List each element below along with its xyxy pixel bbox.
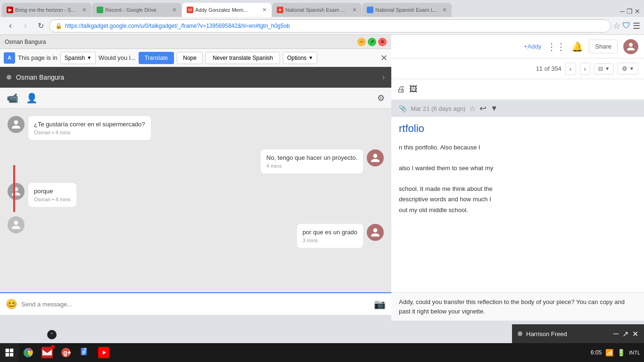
refresh-button[interactable]: ↻ [34,19,47,33]
options-label: Options [287,55,306,61]
email-format-button[interactable]: ⊟ ▼ [594,63,614,74]
add-addy-button[interactable]: +Addy [524,43,541,50]
battery-icon: 🔋 [617,349,625,356]
tab1-close[interactable]: ✕ [82,7,87,13]
tab5-label: National Spanish Exam L... [375,7,440,13]
apps-icon[interactable]: ⋮⋮ [547,41,566,52]
email-next-button[interactable]: › [580,63,591,75]
notif-close[interactable]: ✕ [632,329,638,338]
language-dropdown[interactable]: Spanish ▼ [60,52,96,64]
translate-icon: A [4,52,15,64]
tab5-close[interactable]: ✕ [442,7,447,13]
translate-bar-close[interactable]: ✕ [380,53,388,63]
attachment-icon: 📎 [399,105,407,112]
msg-text-4: por que es un grado [303,229,357,236]
chat-settings-button[interactable]: ⚙ [377,93,385,103]
message-row-3: porque Osman • 4 mins [8,183,384,207]
window-minimize[interactable]: ─ [357,38,366,46]
options-chevron: ▼ [308,55,313,60]
never-translate-button[interactable]: Never translate Spanish [206,52,280,64]
dropdown-chevron: ▼ [87,55,91,60]
tab-national-spanish-5[interactable]: National Spanish Exam L... ✕ [362,3,452,17]
user-avatar[interactable] [623,39,638,54]
translate-prefix: This page is in [18,54,58,61]
options-dropdown[interactable]: Options ▼ [283,52,317,64]
bubble-4: por que es un grado 3 mins [297,224,363,248]
tab-addy-gonzalez[interactable]: M Addy Gonzalez Mem... ✕ [182,3,272,17]
tab-national-spanish-4[interactable]: ● National Spanish Exam ... ✕ [272,3,362,17]
window-title: Osman Bangura [5,39,357,45]
new-window-button[interactable]: 🖼 [409,84,418,94]
chat-contact-name: Osman Bangura [16,74,382,81]
svg-rect-1 [10,349,14,353]
svg-rect-10 [83,348,86,351]
tab-bring-me-horizon[interactable]: ▶ Bring me the horizon - S... ✕ [2,3,91,17]
start-button[interactable] [0,343,19,362]
tab4-close[interactable]: ✕ [352,7,357,13]
tab4-icon: ● [277,7,283,13]
camera-button[interactable]: 📷 [374,298,386,310]
share-button[interactable]: Share [589,40,618,53]
lock-icon: 🔒 [55,23,62,29]
harrison-freed-name: Harrison Freed [526,330,610,337]
svg-text:g+: g+ [63,349,71,356]
window-restore[interactable]: ↗ [368,38,376,46]
tab2-close[interactable]: ✕ [172,7,177,13]
avatar-user-1 [367,149,384,166]
window-close[interactable]: ✕ [378,38,387,46]
msg-meta-4: 3 mins [303,238,357,243]
menu-icon[interactable]: ☰ [633,21,640,31]
notifications-icon[interactable]: 🔔 [571,41,583,52]
notif-minimize[interactable]: ─ [613,329,619,338]
tab2-label: Recent - Google Drive [105,7,170,13]
youtube-icon[interactable] [95,344,112,361]
star-email-button[interactable]: ☆ [469,104,476,113]
msg-text-1: ¿Te gustaría correr en el supermercado? [34,121,145,128]
google-plus-icon[interactable]: g+ [58,344,74,361]
url-bar[interactable]: 🔒 https://talkgadget.google.com/u/0/talk… [49,19,611,33]
avatar-osman-2 [8,183,25,200]
chrome-icon[interactable] [20,344,37,361]
docs-icon[interactable] [76,344,93,361]
bookmark-icon[interactable]: ☆ [613,21,620,31]
gmail-icon[interactable] [39,344,56,361]
print-button[interactable]: 🖨 [397,84,405,94]
tab2-icon [97,7,103,13]
minimize-icon[interactable]: ─ [620,8,625,15]
tab1-icon: ▶ [7,7,13,13]
avatar-osman-1 [8,116,25,133]
back-button[interactable]: ‹ [4,19,17,33]
bubble-2: No, tengo que hacer un proyecto. 4 mins [261,149,363,173]
message-row-2: No, tengo que hacer un proyecto. 4 mins [8,149,384,173]
emoji-button[interactable]: 😊 [6,298,17,310]
bubble-3: porque Osman • 4 mins [28,183,76,207]
chat-header-arrow[interactable]: › [382,73,385,82]
message-row-4: por que es un grado 3 mins [8,224,384,248]
more-actions-button[interactable]: ▼ [490,104,498,113]
bubble-1: ¿Te gustaría correr en el supermercado? … [28,116,151,140]
video-call-button[interactable]: 📹 [7,92,18,104]
tab3-close[interactable]: ✕ [262,7,267,13]
restore-icon[interactable]: ❐ [627,8,633,15]
email-count: 11 of 354 [536,65,561,72]
notif-expand[interactable]: ↗ [622,329,628,338]
shield-icon: 🛡 [622,21,631,31]
close-icon[interactable]: ✕ [635,8,640,15]
language-label: Spanish [65,55,85,61]
url-text: https://talkgadget.google.com/u/0/talkga… [65,23,290,29]
tab-google-drive[interactable]: Recent - Google Drive ✕ [92,3,182,17]
email-date: Mar 21 (6 days ago) [411,105,465,112]
msg-text-3: porque [34,188,71,195]
message-input[interactable] [21,301,370,308]
nope-button[interactable]: Nope [177,52,203,64]
tab3-icon: M [187,7,193,13]
message-row-1: ¿Te gustaría correr en el supermercado? … [8,116,384,140]
msg-text-2: No, tengo que hacer un proyecto. [266,154,357,161]
email-prev-button[interactable]: ‹ [565,63,576,75]
email-settings-button[interactable]: ⚙ ▼ [618,63,638,74]
reply-button[interactable]: ↩ [479,103,487,114]
translate-button[interactable]: Translate [139,52,174,64]
notif-dot [518,331,522,336]
add-person-button[interactable]: 👤 [26,92,38,104]
forward-button[interactable]: › [19,19,32,33]
